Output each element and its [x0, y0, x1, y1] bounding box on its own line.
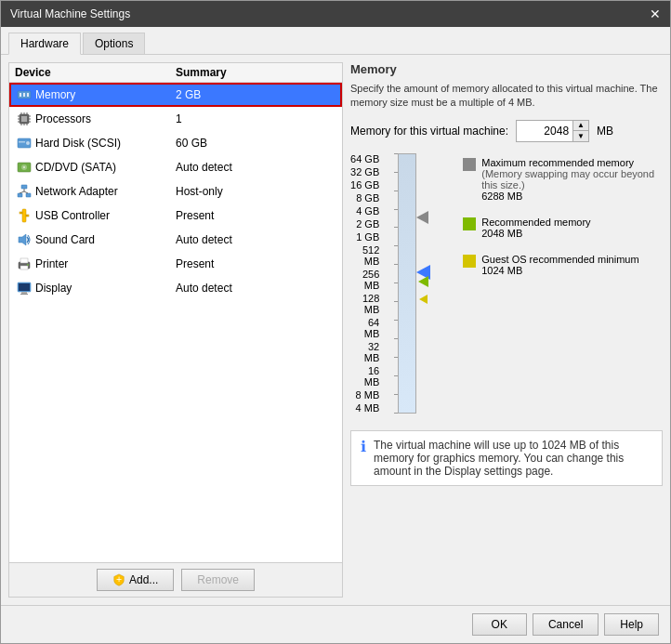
legend-max-note: (Memory swapping may occur beyond this s…	[481, 168, 663, 191]
section-description: Specify the amount of memory allocated t…	[350, 82, 663, 111]
device-table-header: Device Summary	[9, 63, 342, 83]
slider-label-list: 64 GB 32 GB 16 GB 8 GB 4 GB 2 GB 1 GB 51…	[350, 153, 383, 414]
close-button[interactable]: ✕	[650, 7, 661, 21]
device-row-harddisk[interactable]: Hard Disk (SCSI) 60 GB	[9, 131, 342, 155]
legend-recommended: Recommended memory 2048 MB	[463, 217, 663, 239]
virtual-machine-settings-window: Virtual Machine Settings ✕ Hardware Opti…	[0, 0, 671, 644]
info-text: The virtual machine will use up to 1024 …	[374, 439, 652, 478]
add-button[interactable]: + Add...	[97, 569, 174, 591]
slider-track[interactable]	[398, 153, 416, 414]
legend-max-memory: Maximum recommended memory (Memory swapp…	[463, 157, 663, 202]
label-32gb: 32 GB	[350, 166, 379, 177]
label-4mb: 4 MB	[350, 402, 379, 414]
device-row-memory[interactable]: Memory 2 GB	[9, 83, 342, 107]
device-name-usb: USB Controller	[35, 209, 110, 222]
svg-text:+: +	[116, 573, 122, 585]
info-box: ℹ The virtual machine will use up to 102…	[350, 430, 663, 486]
device-row-usb[interactable]: USB Controller Present	[9, 204, 342, 228]
help-button[interactable]: Help	[604, 613, 659, 636]
title-bar: Virtual Machine Settings ✕	[1, 1, 670, 27]
svg-rect-2	[23, 93, 25, 97]
device-summary-network: Host-only	[176, 185, 335, 198]
label-256mb: 256 MB	[350, 269, 379, 291]
ok-button[interactable]: OK	[472, 613, 527, 636]
memory-icon	[17, 87, 32, 102]
left-panel: Device Summary Memory 2 GB	[8, 62, 343, 598]
legend-guestos-label: Guest OS recommended minimum	[481, 254, 638, 265]
svg-rect-20	[19, 141, 25, 143]
device-summary-memory: 2 GB	[176, 88, 335, 101]
device-name-harddisk: Hard Disk (SCSI)	[35, 137, 121, 150]
device-summary-harddisk: 60 GB	[176, 137, 335, 150]
svg-rect-5	[21, 116, 27, 122]
device-table: Device Summary Memory 2 GB	[9, 63, 342, 562]
memory-value-input[interactable]	[517, 121, 572, 141]
svg-rect-43	[20, 294, 28, 295]
svg-rect-30	[22, 209, 26, 222]
network-icon	[17, 184, 32, 199]
legend-recommended-color	[463, 217, 476, 230]
info-icon: ℹ	[361, 438, 366, 455]
disk-icon	[17, 136, 32, 151]
printer-icon	[17, 256, 32, 271]
label-64gb: 64 GB	[350, 153, 379, 164]
max-memory-arrow	[416, 211, 428, 224]
legend-recommended-text: Recommended memory 2048 MB	[481, 217, 590, 239]
device-row-network[interactable]: Network Adapter Host-only	[9, 179, 342, 204]
usb-icon	[17, 208, 32, 223]
svg-point-23	[23, 166, 25, 168]
legend-guestos-min: Guest OS recommended minimum 1024 MB	[463, 254, 663, 276]
arrow-guestos-shape	[419, 295, 428, 304]
device-row-display[interactable]: Display Auto detect	[9, 276, 342, 300]
svg-point-39	[27, 264, 29, 266]
tab-options[interactable]: Options	[83, 33, 145, 54]
device-name-display: Display	[35, 282, 72, 295]
spin-up-button[interactable]: ▲	[573, 121, 588, 131]
legend-area: Maximum recommended memory (Memory swapp…	[463, 157, 663, 414]
device-name-network: Network Adapter	[35, 185, 118, 198]
svg-line-28	[20, 191, 24, 193]
section-title: Memory	[350, 62, 663, 76]
left-panel-buttons: + Add... Remove	[9, 562, 342, 597]
svg-line-29	[24, 191, 28, 193]
spin-buttons: ▲ ▼	[572, 121, 588, 141]
svg-rect-26	[26, 193, 31, 197]
device-row-cdrom[interactable]: CD/DVD (SATA) Auto detect	[9, 155, 342, 179]
spin-down-button[interactable]: ▼	[573, 131, 588, 141]
label-8gb: 8 GB	[350, 192, 379, 204]
device-row-processors[interactable]: Processors 1	[9, 107, 342, 131]
arrow-max-shape	[416, 211, 428, 224]
legend-guestos-text: Guest OS recommended minimum 1024 MB	[481, 254, 638, 276]
svg-rect-42	[21, 292, 27, 294]
mb-label: MB	[597, 125, 613, 138]
legend-guestos-color	[463, 255, 476, 268]
bottom-buttons: OK Cancel Help	[1, 605, 670, 643]
svg-rect-37	[20, 258, 28, 263]
device-name-printer: Printer	[35, 257, 68, 270]
svg-rect-38	[20, 266, 28, 269]
device-summary-sound: Auto detect	[176, 233, 335, 246]
tab-bar: Hardware Options	[1, 27, 670, 55]
memory-input-label: Memory for this virtual machine:	[350, 125, 508, 138]
legend-guestos-value: 1024 MB	[481, 265, 638, 276]
slider-track-col	[392, 153, 435, 414]
cancel-button[interactable]: Cancel	[533, 613, 599, 636]
legend-max-value: 6288 MB	[481, 191, 663, 202]
device-summary-printer: Present	[176, 257, 335, 270]
svg-rect-3	[27, 93, 29, 97]
device-summary-processors: 1	[176, 112, 335, 125]
label-1gb: 1 GB	[350, 231, 379, 243]
legend-recommended-label: Recommended memory	[481, 217, 590, 228]
col-summary-header: Summary	[176, 66, 336, 79]
legend-recommended-value: 2048 MB	[481, 228, 590, 239]
slider-area: 64 GB 32 GB 16 GB 8 GB 4 GB 2 GB 1 GB 51…	[350, 153, 663, 414]
label-128mb: 128 MB	[350, 293, 379, 315]
label-16gb: 16 GB	[350, 179, 379, 191]
remove-button[interactable]: Remove	[181, 569, 255, 591]
device-row-sound[interactable]: Sound Card Auto detect	[9, 228, 342, 252]
device-row-printer[interactable]: Printer Present	[9, 252, 342, 276]
device-name-sound: Sound Card	[35, 233, 95, 246]
label-32mb: 32 MB	[350, 341, 379, 363]
svg-marker-35	[19, 234, 26, 245]
tab-hardware[interactable]: Hardware	[8, 33, 81, 55]
